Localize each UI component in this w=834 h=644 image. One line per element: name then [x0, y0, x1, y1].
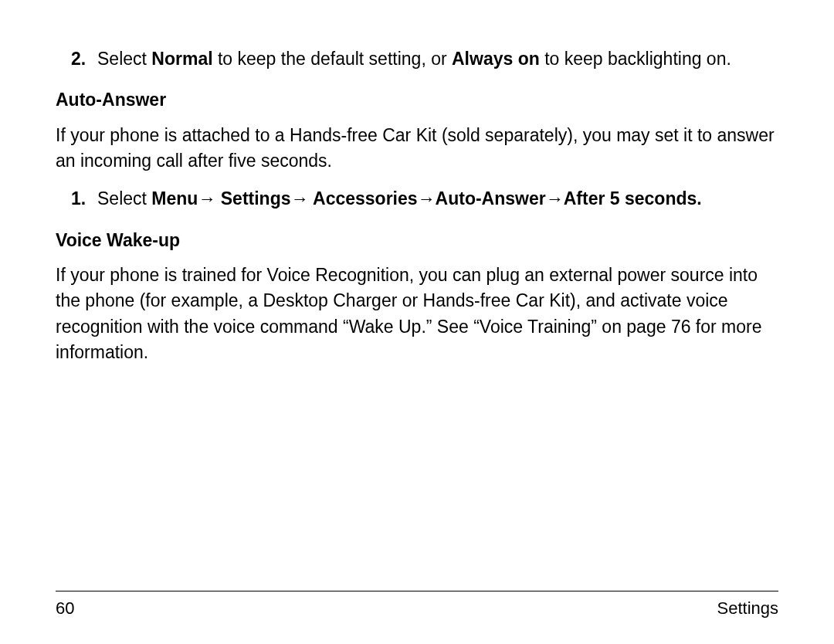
step-1-auto-answer: 1. Select Menu→ Settings→ Accessories→Au…	[56, 186, 778, 212]
text: to keep backlighting on.	[540, 49, 731, 69]
list-number: 1.	[71, 186, 90, 212]
heading-voice-wakeup: Voice Wake-up	[56, 228, 778, 253]
arrow-icon: →	[291, 188, 309, 208]
para-auto-answer: If your phone is attached to a Hands-fre…	[56, 123, 778, 175]
path-settings: Settings	[215, 188, 290, 208]
list-content: Select Menu→ Settings→ Accessories→Auto-…	[97, 186, 778, 212]
page-number: 60	[56, 596, 74, 621]
heading-auto-answer: Auto-Answer	[56, 87, 778, 113]
menu-path: Menu→ Settings→ Accessories→Auto-Answer→…	[151, 188, 701, 208]
arrow-icon: →	[198, 188, 215, 208]
path-auto-answer: Auto-Answer	[436, 188, 546, 208]
para-voice-wakeup: If your phone is trained for Voice Recog…	[56, 263, 778, 365]
text: to keep the default setting, or	[213, 49, 452, 69]
bold-always-on: Always on	[452, 49, 540, 69]
list-number: 2.	[71, 46, 90, 72]
arrow-icon: →	[418, 188, 436, 208]
footer-title: Settings	[717, 596, 779, 621]
arrow-icon: →	[546, 188, 564, 208]
step-2: 2. Select Normal to keep the default set…	[56, 46, 778, 72]
path-accessories: Accessories	[309, 188, 418, 208]
path-menu: Menu	[151, 188, 198, 208]
path-after-5: After 5 seconds.	[564, 188, 702, 208]
text: Select	[97, 188, 151, 208]
footer: 60 Settings	[56, 591, 778, 621]
list-content: Select Normal to keep the default settin…	[97, 46, 778, 72]
bold-normal: Normal	[151, 49, 212, 69]
text: Select	[97, 49, 151, 69]
